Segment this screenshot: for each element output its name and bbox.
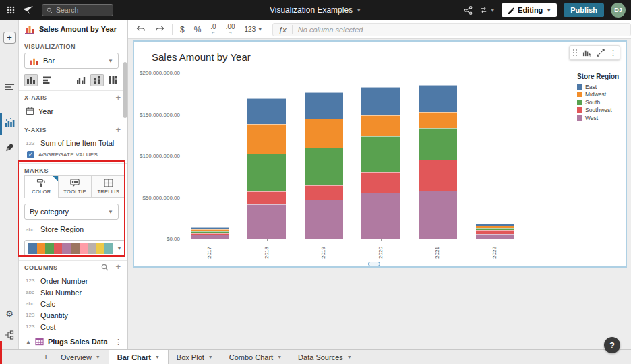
expand-icon[interactable] xyxy=(597,49,605,57)
y-axis-tick-label: $200,000,000.00 xyxy=(140,70,180,76)
stacked-bar-2017[interactable] xyxy=(191,227,229,239)
stacked-bar-2018[interactable] xyxy=(247,98,286,239)
column-item[interactable]: 123Quantity xyxy=(26,309,124,321)
tab-tooltip[interactable]: TOOLTIP xyxy=(59,176,92,198)
column-item[interactable]: 123Cost xyxy=(26,321,124,332)
tab-trellis[interactable]: TRELLIS xyxy=(92,176,125,198)
bar-segment-midwest[interactable] xyxy=(361,115,400,136)
page-outline-icon[interactable] xyxy=(0,83,19,91)
tab-data-sources[interactable]: Data Sources▼ xyxy=(290,350,360,364)
help-button[interactable]: ? xyxy=(604,337,620,353)
explore-chart-icon[interactable] xyxy=(582,48,592,57)
more-menu-icon[interactable]: ⋮ xyxy=(115,338,122,346)
bar-segment-east[interactable] xyxy=(419,85,457,112)
bar-segment-west[interactable] xyxy=(305,200,343,239)
bar-segment-west[interactable] xyxy=(419,191,457,239)
bar-segment-west[interactable] xyxy=(247,204,286,239)
stacked-bar-2022[interactable] xyxy=(476,224,514,239)
redo-button[interactable] xyxy=(155,26,164,33)
bar-segment-midwest[interactable] xyxy=(305,119,343,148)
bar-segment-southwest[interactable] xyxy=(305,185,343,200)
column-item[interactable]: abcCalc xyxy=(26,298,124,309)
add-element-button[interactable]: + xyxy=(3,32,16,44)
number-format-dropdown[interactable]: 123▼ xyxy=(245,26,263,33)
legend-item[interactable]: Southwest xyxy=(577,107,622,115)
collapse-chevron-icon[interactable]: ▲ xyxy=(26,339,31,345)
x-axis-tick-label: 2022 xyxy=(491,245,498,261)
legend-item[interactable]: East xyxy=(577,83,622,91)
formula-input[interactable]: ƒx No column selected xyxy=(272,23,631,36)
editing-mode-button[interactable]: Editing ▼ xyxy=(502,3,557,17)
add-x-axis-button[interactable]: + xyxy=(115,94,121,101)
search-input[interactable]: Search xyxy=(42,4,113,16)
bar-segment-midwest[interactable] xyxy=(247,124,286,154)
document-title[interactable]: Visualization Examples▼ xyxy=(270,5,361,15)
search-columns-icon[interactable] xyxy=(101,264,109,271)
chart-element[interactable]: Sales Amount by Year ⋮ Store Region East… xyxy=(133,40,627,268)
bar-segment-south[interactable] xyxy=(419,128,457,160)
add-page-button[interactable]: + xyxy=(39,350,53,364)
stacked-bar-icon[interactable] xyxy=(90,74,104,86)
sigma-logo-icon[interactable] xyxy=(22,5,34,15)
stacked-bar-2021[interactable] xyxy=(419,85,457,239)
currency-format-button[interactable]: $ xyxy=(180,25,185,34)
color-mode-select[interactable]: By category ▼ xyxy=(24,204,119,220)
decrease-decimal-button[interactable]: .0← xyxy=(210,24,216,35)
undo-button[interactable] xyxy=(136,26,146,33)
refresh-icon[interactable]: ▼ xyxy=(479,6,495,14)
more-menu-icon[interactable]: ⋮ xyxy=(609,49,617,57)
drag-handle-icon[interactable] xyxy=(572,49,578,57)
vertical-bar-icon[interactable] xyxy=(24,74,38,86)
aggregate-checkbox[interactable]: ✓ xyxy=(27,151,34,158)
column-item[interactable]: abcSku Number xyxy=(26,286,124,298)
legend-item[interactable]: Midwest xyxy=(577,91,622,99)
column-item[interactable]: 123Order Number xyxy=(26,275,124,286)
stacked-bar-2020[interactable] xyxy=(361,87,400,239)
color-field[interactable]: abc Store Region xyxy=(26,225,84,233)
bar-segment-southwest[interactable] xyxy=(419,160,457,191)
bar-segment-east[interactable] xyxy=(361,87,400,115)
tab-overview[interactable]: Overview▼ xyxy=(53,350,109,364)
tab-color[interactable]: COLOR xyxy=(25,176,59,198)
x-axis-field[interactable]: Year xyxy=(26,107,53,115)
share-icon[interactable] xyxy=(464,6,473,15)
bar-segment-southwest[interactable] xyxy=(247,191,286,204)
tab-combo-chart[interactable]: Combo Chart▼ xyxy=(221,350,290,364)
bar-segment-southwest[interactable] xyxy=(361,172,400,193)
increase-decimal-button[interactable]: .00→ xyxy=(226,24,235,35)
bar-segment-midwest[interactable] xyxy=(419,112,457,128)
user-avatar[interactable]: DJ xyxy=(611,3,626,18)
legend-item[interactable]: West xyxy=(577,114,622,122)
legend-swatch xyxy=(577,107,582,113)
add-y-axis-button[interactable]: + xyxy=(115,127,121,133)
tab-bar-chart[interactable]: Bar Chart▼ xyxy=(109,350,169,364)
y-axis-field[interactable]: 123 Sum of Line Item Total xyxy=(26,139,114,147)
bar-segment-west[interactable] xyxy=(476,234,514,239)
element-properties-icon[interactable] xyxy=(0,117,19,127)
lineage-icon[interactable] xyxy=(0,330,19,340)
bar-segment-west[interactable] xyxy=(361,193,400,239)
viz-type-select[interactable]: Bar ▼ xyxy=(24,53,119,69)
settings-gear-icon[interactable]: ⚙ xyxy=(0,309,19,319)
percent-stacked-bar-icon[interactable] xyxy=(107,74,120,86)
percent-format-button[interactable]: % xyxy=(194,25,202,34)
bar-segment-east[interactable] xyxy=(247,98,286,125)
horizontal-bar-icon[interactable] xyxy=(40,74,54,86)
stacked-bar-2019[interactable] xyxy=(305,92,343,239)
tab-box-plot[interactable]: Box Plot▼ xyxy=(169,350,221,364)
data-source-row[interactable]: ▲ Plugs Sales Data ⋮ xyxy=(19,334,127,349)
sidebar-scrollbar[interactable] xyxy=(123,62,127,118)
workbook-canvas[interactable]: Sales Amount by Year ⋮ Store Region East… xyxy=(128,39,631,349)
bar-segment-south[interactable] xyxy=(361,136,400,171)
legend-item[interactable]: South xyxy=(577,98,622,107)
grouped-bar-icon[interactable] xyxy=(74,74,88,86)
publish-button[interactable]: Publish xyxy=(564,3,604,17)
bar-segment-east[interactable] xyxy=(305,92,343,118)
apps-grid-icon[interactable] xyxy=(7,6,15,14)
add-column-button[interactable]: + xyxy=(115,264,121,270)
bar-segment-south[interactable] xyxy=(247,154,286,191)
bar-segment-south[interactable] xyxy=(305,148,343,185)
color-palette-select[interactable]: ▼ xyxy=(24,240,125,256)
resize-handle[interactable] xyxy=(368,262,380,266)
format-brush-icon[interactable] xyxy=(0,143,19,152)
